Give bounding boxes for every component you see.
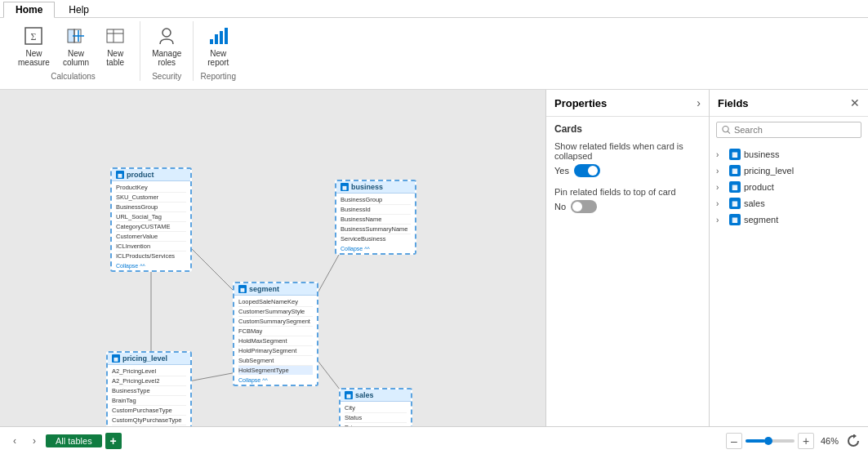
show-related-toggle[interactable] <box>574 164 600 177</box>
properties-title: Properties <box>554 97 607 109</box>
zoom-out-button[interactable]: – <box>726 433 742 449</box>
er-field-row: ProductKey <box>116 183 186 193</box>
show-related-knob <box>588 166 598 176</box>
zoom-slider[interactable] <box>746 439 795 443</box>
zoom-slider-fill <box>746 439 765 443</box>
er-table-sales[interactable]: ▦ sales City Status Price Sales Time Col… <box>339 388 412 426</box>
er-field-row: CustomPricingLevel <box>112 425 186 426</box>
svg-point-19 <box>723 126 728 131</box>
er-field-row: URL_Social_Tag <box>116 212 186 222</box>
zoom-slider-knob[interactable] <box>764 437 772 445</box>
field-table-icon: ▦ <box>729 165 741 176</box>
svg-rect-10 <box>210 39 213 44</box>
search-input[interactable] <box>734 125 856 135</box>
field-expand-icon: › <box>716 150 726 159</box>
field-table-icon: ▦ <box>729 214 741 225</box>
new-measure-icon: Σ <box>22 24 45 47</box>
er-table-pricing-body: A2_PricingLevel A2_PricingLevel2 Busines… <box>108 365 190 426</box>
new-table-button[interactable]: Newtable <box>97 21 133 70</box>
field-item-business[interactable]: › ▦ business <box>710 146 868 162</box>
er-table-business-collapse[interactable]: Collapse ^^ <box>336 245 415 253</box>
ribbon-reporting-items: Newreport <box>200 21 236 70</box>
pin-related-label: Pin related fields to top of card <box>554 187 701 197</box>
fields-expand-button[interactable]: ✕ <box>850 96 860 109</box>
er-table-sales-body: City Status Price Sales Time <box>341 402 411 426</box>
er-table-product-header: ▦ product <box>112 169 190 181</box>
field-label-pricing-level: pricing_level <box>744 166 794 176</box>
new-measure-label: Newmeasure <box>18 49 50 67</box>
svg-line-20 <box>728 131 730 134</box>
refresh-button[interactable] <box>845 433 861 449</box>
er-field-row: A2_PricingLevel2 <box>112 376 186 386</box>
manage-roles-button[interactable]: Manageroles <box>147 21 186 70</box>
er-field-row: FCBMay <box>238 327 313 336</box>
new-table-label: Newtable <box>106 49 124 67</box>
tab-help[interactable]: Help <box>56 2 101 17</box>
er-table-product-collapse[interactable]: Collapse ^^ <box>112 262 190 270</box>
new-measure-button[interactable]: Σ Newmeasure <box>13 21 55 70</box>
er-field-row: BrainTag <box>112 396 186 406</box>
refresh-icon <box>847 434 860 447</box>
er-field-row: Status <box>345 413 407 423</box>
zoom-percent: 46% <box>821 436 839 446</box>
er-field-row: BusinessGroup <box>116 203 186 212</box>
fields-panel: Fields ✕ › ▦ business › ▦ pricing_level … <box>709 90 868 426</box>
er-table-segment-collapse[interactable]: Collapse ^^ <box>234 376 317 385</box>
er-table-pricing-level[interactable]: ▦ pricing_level A2_PricingLevel A2_Prici… <box>106 351 192 426</box>
add-page-button[interactable]: + <box>105 433 122 449</box>
er-field-row: BusinessName <box>341 215 411 225</box>
ribbon-group-calculations: Σ Newmeasure Newcolumn <box>7 21 140 81</box>
tab-home[interactable]: Home <box>3 2 55 18</box>
manage-roles-icon <box>155 24 178 47</box>
all-tables-tab[interactable]: All tables <box>46 434 102 447</box>
show-related-label: Show related fields when card is collaps… <box>554 141 701 161</box>
field-expand-icon: › <box>716 216 726 225</box>
field-expand-icon: › <box>716 167 726 176</box>
ribbon-calculations-items: Σ Newmeasure Newcolumn <box>13 21 133 70</box>
er-field-row: ICLInvention <box>116 242 186 251</box>
new-column-button[interactable]: Newcolumn <box>58 21 94 70</box>
field-item-pricing-level[interactable]: › ▦ pricing_level <box>710 162 868 179</box>
er-field-row: SubSegment <box>238 356 313 366</box>
fields-search-box[interactable] <box>716 122 861 138</box>
show-related-value: Yes <box>554 166 569 176</box>
pin-related-toggle[interactable] <box>571 200 597 213</box>
er-table-segment-body: LoopedSaleNameKey CustomerSummaryStyle C… <box>234 296 317 376</box>
field-item-product[interactable]: › ▦ product <box>710 179 868 195</box>
er-table-product[interactable]: ▦ product ProductKey SKU_Customer Busine… <box>110 167 192 272</box>
field-item-segment[interactable]: › ▦ segment <box>710 211 868 228</box>
properties-panel: Properties › Cards Show related fields w… <box>545 90 709 426</box>
canvas-area[interactable]: ▦ product ProductKey SKU_Customer Busine… <box>0 90 545 426</box>
nav-prev-button[interactable]: ‹ <box>7 433 23 449</box>
er-field-row: Price <box>345 423 407 426</box>
er-table-segment[interactable]: ▦ segment LoopedSaleNameKey CustomerSumm… <box>233 282 318 386</box>
er-field-row: BusinessId <box>341 205 411 215</box>
er-field-row: HoldMaxSegment <box>238 336 313 346</box>
properties-panel-header: Properties › <box>546 90 709 117</box>
ribbon: Σ Newmeasure Newcolumn <box>0 18 868 90</box>
er-table-business[interactable]: ▦ business BusinessGroup BusinessId Busi… <box>335 180 416 255</box>
svg-rect-6 <box>107 29 123 42</box>
er-table-product-body: ProductKey SKU_Customer BusinessGroup UR… <box>112 181 190 262</box>
bottom-bar: ‹ › All tables + – + 46% <box>0 426 868 454</box>
search-icon <box>722 125 731 135</box>
cards-section-title: Cards <box>554 123 701 135</box>
pin-related-knob <box>572 202 582 211</box>
new-report-button[interactable]: Newreport <box>200 21 236 70</box>
er-field-row: SKU_Customer <box>116 193 186 203</box>
nav-next-button[interactable]: › <box>26 433 42 449</box>
properties-expand-button[interactable]: › <box>697 96 701 109</box>
er-field-row: City <box>345 403 407 413</box>
new-table-icon <box>104 24 127 47</box>
show-related-toggle-row: Yes <box>554 164 701 177</box>
field-item-sales[interactable]: › ▦ sales <box>710 195 868 211</box>
fields-title: Fields <box>718 97 749 109</box>
field-label-business: business <box>744 149 779 159</box>
er-field-row: CustomerValue <box>116 232 186 242</box>
er-field-row: CustomSummarySegment <box>238 317 313 327</box>
er-field-row: CustomQtyPurchaseType <box>112 416 186 425</box>
zoom-in-button[interactable]: + <box>798 433 814 449</box>
er-table-pricing-header: ▦ pricing_level <box>108 353 190 365</box>
pin-related-row: Pin related fields to top of card No <box>554 187 701 213</box>
svg-point-9 <box>162 29 171 37</box>
